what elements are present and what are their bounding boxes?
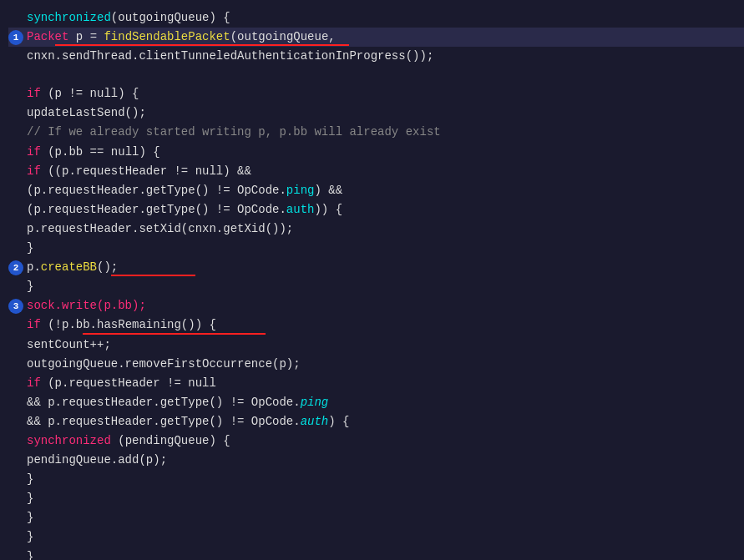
code-line: } [8,489,744,508]
token: sentCount++; [27,338,111,351]
code-editor: synchronized(outgoingQueue) {1 Packet p … [0,0,744,560]
token: (p.requestHeader != null [41,376,216,390]
line-content: } [27,527,33,547]
code-line: 2 p.createBB(); [8,258,744,277]
code-line: 3 sock.write(p.bb); [8,296,744,315]
red-underline [83,333,265,335]
line-content: (p.requestHeader.getType() != OpCode.pin… [27,181,342,200]
line-content: if (p.requestHeader != null [27,374,216,393]
code-line: if (p.bb == null) { [8,143,744,162]
code-line: } [8,527,744,547]
token: if [27,87,41,100]
code-line: if (!p.bb.hasRemaining()) { [8,315,744,335]
step-badge-1: 1 [8,30,23,45]
code-line: synchronized (pendingQueue) { [8,431,744,451]
code-line: && p.requestHeader.getType() != OpCode.p… [8,393,744,412]
token: ) && [314,184,342,197]
code-line: p.requestHeader.setXid(cnxn.getXid()); [8,219,744,239]
token: (!p.bb.hasRemaining()) { [41,318,216,331]
step-badge-2: 2 [8,260,23,275]
line-content: cnxn.sendThread.clientTunneledAuthentica… [27,47,433,66]
token: if [27,145,41,159]
code-line: && p.requestHeader.getType() != OpCode.a… [8,412,744,431]
token: } [27,530,33,543]
token: synchronized [27,434,111,447]
badge-space: 1 [8,28,27,47]
badge-space: 3 [8,296,27,315]
code-line: } [8,508,744,527]
code-line: // If we already started writing p, p.bb… [8,123,744,142]
line-content: synchronized (pendingQueue) { [27,431,230,451]
line-content: } [27,277,33,296]
code-block: synchronized(outgoingQueue) {1 Packet p … [0,0,744,560]
token: (p.requestHeader.getType() != OpCode. [27,184,286,197]
red-underline [55,44,350,46]
code-line: } [8,239,744,258]
token: Packet [27,30,68,43]
token: } [27,492,33,505]
token: findSendablePacket [104,30,230,43]
token: && p.requestHeader.getType() != OpCode. [27,396,301,409]
line-content: if ((p.requestHeader != null) && [27,162,251,181]
token: (p.requestHeader.getType() != OpCode. [27,203,286,216]
token: (p.bb == null) { [41,145,160,159]
token: synchronized [27,11,111,24]
token: cnxn.sendThread.clientTunneledAuthentica… [27,49,433,63]
code-line: (p.requestHeader.getType() != OpCode.aut… [8,200,744,219]
token: } [27,241,33,255]
line-content: outgoingQueue.removeFirstOccurrence(p); [27,355,301,374]
code-line: } [8,277,744,296]
line-content: if (p != null) { [27,84,139,103]
token: if [27,376,41,390]
token: if [27,164,41,178]
code-line: synchronized(outgoingQueue) { [8,8,744,28]
line-content: sentCount++; [27,335,111,355]
token: ) { [328,415,349,428]
token: p. [27,260,41,274]
code-line: sentCount++; [8,335,744,355]
line-content: } [27,547,33,560]
line-content: sock.write(p.bb); [27,296,146,315]
code-line: } [8,470,744,489]
line-content: p.createBB(); [27,258,118,277]
code-line: if (p.requestHeader != null [8,374,744,393]
token: auth [286,203,315,216]
token: pendingQueue.add(p); [27,453,167,467]
code-line: outgoingQueue.removeFirstOccurrence(p); [8,355,744,374]
line-content: p.requestHeader.setXid(cnxn.getXid()); [27,219,293,239]
token: ping [301,396,329,409]
token: // If we already started writing p, p.bb… [27,125,441,139]
code-line: pendingQueue.add(p); [8,451,744,470]
line-content: pendingQueue.add(p); [27,451,167,470]
line-content: updateLastSend(); [27,103,146,123]
code-line: cnxn.sendThread.clientTunneledAuthentica… [8,47,744,66]
code-line: if ((p.requestHeader != null) && [8,162,744,181]
token: ping [286,184,315,197]
line-content: && p.requestHeader.getType() != OpCode.a… [27,412,349,431]
line-content: synchronized(outgoingQueue) { [27,8,230,28]
code-line: 1 Packet p = findSendablePacket(outgoing… [8,28,744,47]
code-line [8,66,744,84]
step-badge-3: 3 [8,299,23,314]
code-line: if (p != null) { [8,84,744,103]
line-content: } [27,489,33,508]
red-underline [111,275,195,276]
token: updateLastSend(); [27,106,146,119]
token: } [27,280,33,293]
line-content: // If we already started writing p, p.bb… [27,123,441,142]
token: ((p.requestHeader != null) && [41,164,251,178]
token: } [27,511,33,524]
token: } [27,550,33,560]
token: auth [301,415,329,428]
token: outgoingQueue.removeFirstOccurrence(p); [27,357,301,371]
code-line: updateLastSend(); [8,103,744,123]
line-content: && p.requestHeader.getType() != OpCode.p… [27,393,328,412]
line-content: (p.requestHeader.getType() != OpCode.aut… [27,200,342,219]
token: (outgoingQueue) { [111,11,230,24]
token: if [27,318,41,331]
token: (); [97,260,118,274]
code-line: (p.requestHeader.getType() != OpCode.pin… [8,181,744,200]
token: } [27,472,33,486]
badge-space: 2 [8,258,27,277]
token: sock.write(p.bb); [27,299,146,312]
